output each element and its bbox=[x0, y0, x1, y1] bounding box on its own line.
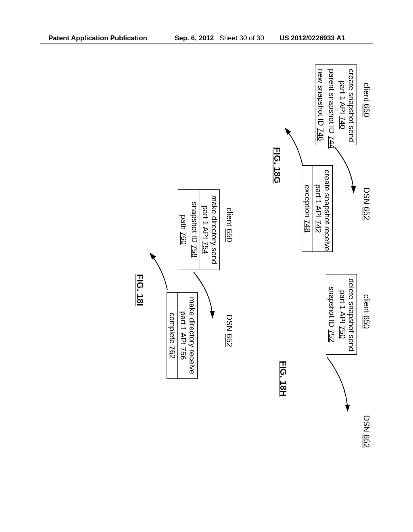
make-directory-receive-box: make directory receive part 1 API 756 co… bbox=[167, 292, 198, 379]
box-row: complete 762 bbox=[167, 293, 177, 378]
box-row: snapshot ID 758 bbox=[189, 190, 200, 270]
header-rule bbox=[40, 44, 373, 44]
client-label-18g: client 650 bbox=[362, 83, 371, 117]
page-header: Patent Application Publication Sep. 6, 2… bbox=[0, 34, 413, 42]
box-row: make directory send part 1 API 754 bbox=[200, 190, 219, 270]
publication-date: Sep. 6, 2012 bbox=[175, 34, 214, 42]
dsn-label-18g: DSN 652 bbox=[362, 187, 371, 220]
figure-label-18g: FIG. 18G bbox=[272, 147, 282, 183]
box-row: make directory receive part 1 API 756 bbox=[177, 293, 197, 378]
figure-label-18h: FIG. 18H bbox=[278, 361, 288, 397]
client-label-18i: client 650 bbox=[225, 208, 234, 242]
dsn-label-18h: DSN 652 bbox=[362, 415, 371, 448]
create-snapshot-send-box: create snapshot send part 1 API 740 pare… bbox=[315, 64, 357, 145]
arrow-icon bbox=[315, 355, 351, 415]
box-row: snapshot ID 752 bbox=[326, 274, 337, 354]
publication-label: Patent Application Publication bbox=[48, 34, 147, 42]
delete-snapshot-send-box: delete snapshot send part 1 API 750 snap… bbox=[326, 274, 357, 355]
box-row: create snapshot receive part 1 API 742 bbox=[313, 166, 332, 251]
figure-canvas: client 650 DSN 652 create snapshot send … bbox=[28, 64, 375, 508]
box-row: new snapshot ID 746 bbox=[315, 65, 326, 145]
box-row: delete snapshot send part 1 API 750 bbox=[337, 274, 357, 354]
box-row: create snapshot send part 1 API 740 bbox=[337, 65, 357, 145]
box-row: parent snapshot ID 744 bbox=[326, 65, 337, 145]
create-snapshot-receive-box: create snapshot receive part 1 API 742 e… bbox=[302, 165, 333, 252]
figure-label-18i: FIG. 18I bbox=[135, 274, 145, 306]
document-number: US 2012/0226933 A1 bbox=[280, 34, 345, 42]
make-directory-send-box: make directory send part 1 API 754 snaps… bbox=[178, 189, 220, 270]
box-row: exception 748 bbox=[302, 166, 313, 251]
client-label-18h: client 650 bbox=[362, 294, 371, 329]
arrow-icon bbox=[280, 125, 305, 169]
dsn-label-18i: DSN 652 bbox=[225, 314, 234, 347]
sheet-number: Sheet 30 of 30 bbox=[219, 34, 264, 42]
box-row: path 760 bbox=[178, 190, 189, 270]
arrow-icon bbox=[145, 250, 169, 294]
